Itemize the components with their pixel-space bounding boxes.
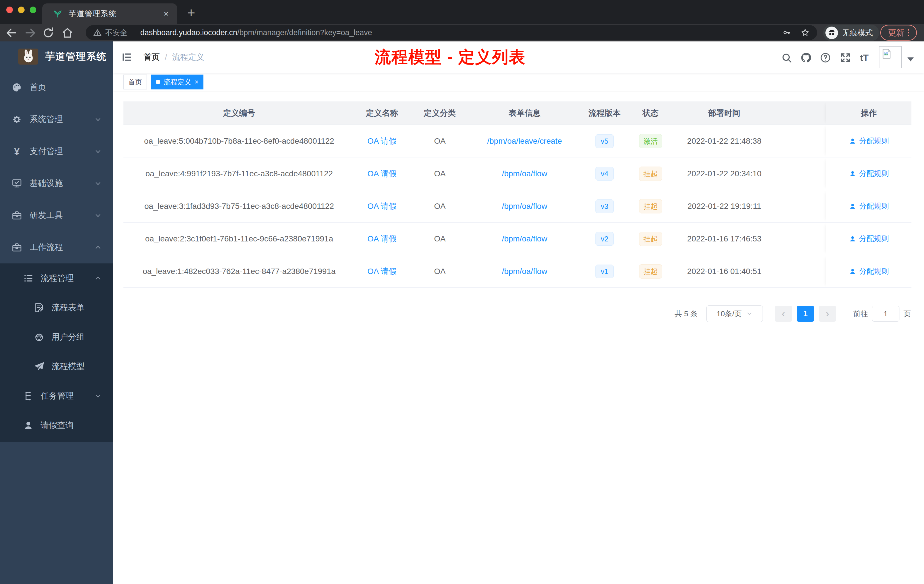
form-info-link[interactable]: /bpm/oa/flow	[502, 202, 548, 211]
form-info-link[interactable]: /bpm/oa/flow	[502, 267, 548, 276]
assign-rule-button[interactable]: 分配规则	[849, 234, 889, 244]
sidebar-item-支付管理[interactable]: ¥支付管理	[0, 135, 113, 167]
search-icon[interactable]	[781, 52, 792, 63]
app-header: 首页 / 流程定义 流程模型 - 定义列表 tT	[113, 41, 924, 73]
address-bar[interactable]: 不安全 dashboard.yudao.iocoder.cn /bpm/mana…	[86, 25, 817, 40]
dashboard-icon	[12, 82, 22, 93]
tab-title: 芋道管理系统	[69, 8, 117, 19]
assign-rule-label: 分配规则	[859, 201, 889, 211]
sidebar-item-工作流程[interactable]: 工作流程	[0, 231, 113, 264]
avatar-dropdown-caret-icon[interactable]	[908, 58, 914, 61]
list-tree-icon	[23, 273, 34, 284]
status-cell: 挂起	[630, 167, 671, 181]
tag-close-icon[interactable]: ×	[195, 79, 198, 86]
next-page-button[interactable]: ›	[819, 306, 836, 322]
definition-name-cell: OA 请假	[355, 136, 409, 147]
sidebar-item-基础设施[interactable]: 基础设施	[0, 167, 113, 200]
column-header-流程版本: 流程版本	[579, 108, 630, 119]
bookmark-star-icon[interactable]	[800, 28, 810, 37]
sidebar-item-系统管理[interactable]: 系统管理	[0, 104, 113, 135]
status-cell: 激活	[630, 134, 671, 148]
github-icon[interactable]	[800, 52, 812, 63]
window-close-button[interactable]	[6, 7, 13, 13]
operation-cell: 分配规则	[826, 223, 911, 255]
back-icon[interactable]	[5, 26, 18, 39]
security-label[interactable]: 不安全	[105, 28, 127, 38]
definition-name-link[interactable]: OA 请假	[368, 168, 397, 179]
definition-id-cell: oa_leave:5:004b710b-7b8a-11ec-8ef0-acde4…	[124, 137, 355, 146]
fullscreen-icon[interactable]	[840, 52, 851, 63]
window-minimize-button[interactable]	[18, 7, 25, 13]
url-host: dashboard.yudao.iocoder.cn	[140, 28, 237, 37]
browser-menu-icon[interactable]	[908, 29, 909, 36]
font-size-icon[interactable]: tT	[858, 52, 870, 63]
forward-icon[interactable]	[24, 26, 36, 39]
sidebar-item-label: 研发工具	[30, 210, 63, 221]
page-number-1[interactable]: 1	[797, 306, 814, 322]
app-title: 芋道管理系统	[45, 50, 107, 63]
form-info-cell: /bpm/oa/flow	[470, 169, 579, 178]
hamburger-icon[interactable]	[121, 51, 132, 63]
breadcrumb-separator: /	[165, 53, 167, 62]
incognito-badge: 无痕模式	[823, 25, 879, 41]
definition-name-link[interactable]: OA 请假	[368, 266, 397, 277]
deploy-time-cell: 2022-01-22 20:34:10	[671, 169, 778, 178]
assign-rule-button[interactable]: 分配规则	[849, 266, 889, 276]
prev-page-button[interactable]: ‹	[775, 306, 792, 322]
avatar[interactable]	[879, 46, 902, 68]
user-icon	[849, 268, 856, 275]
table-row: oa_leave:3:1fad3d93-7b75-11ec-a3c8-acde4…	[124, 190, 911, 223]
tag-流程定义[interactable]: 流程定义×	[151, 74, 203, 89]
sidebar-item-请假查询[interactable]: 请假查询	[0, 411, 113, 440]
paper-plane-icon	[34, 361, 45, 372]
sidebar-item-label: 流程表单	[51, 302, 84, 313]
security-warning-icon[interactable]	[93, 28, 102, 37]
sidebar-item-首页[interactable]: 首页	[0, 71, 113, 104]
annotation-overlay: 流程模型 - 定义列表	[375, 46, 526, 68]
browser-tabstrip: 芋道管理系统 × +	[0, 0, 924, 24]
deploy-time-cell: 2022-01-16 17:46:53	[671, 234, 778, 243]
sidebar-item-流程模型[interactable]: 流程模型	[0, 352, 113, 381]
breadcrumb: 首页 / 流程定义	[144, 41, 204, 73]
version-cell: v3	[579, 200, 630, 213]
form-info-link[interactable]: /bpm/oa/leave/create	[487, 137, 562, 146]
deploy-time: 2022-01-22 20:34:10	[687, 169, 761, 178]
sidebar-item-用户分组[interactable]: 用户分组	[0, 322, 113, 352]
help-icon[interactable]	[820, 52, 831, 63]
password-key-icon[interactable]	[782, 28, 792, 37]
assign-rule-button[interactable]: 分配规则	[849, 136, 889, 146]
definition-name-link[interactable]: OA 请假	[368, 233, 397, 244]
sidebar-item-流程表单[interactable]: 流程表单	[0, 293, 113, 322]
assign-rule-label: 分配规则	[859, 168, 889, 178]
definition-category-cell: OA	[409, 234, 470, 243]
browser-tab[interactable]: 芋道管理系统 ×	[42, 3, 177, 24]
form-info-link[interactable]: /bpm/oa/flow	[502, 234, 548, 243]
tab-close-icon[interactable]: ×	[163, 9, 168, 18]
reload-icon[interactable]	[42, 26, 54, 39]
definition-name-cell: OA 请假	[355, 201, 409, 212]
sidebar-item-研发工具[interactable]: 研发工具	[0, 200, 113, 231]
sidebar-item-流程管理[interactable]: 流程管理	[0, 264, 113, 293]
definition-name-link[interactable]: OA 请假	[368, 201, 397, 212]
form-info-cell: /bpm/oa/flow	[470, 267, 579, 276]
assign-rule-button[interactable]: 分配规则	[849, 201, 889, 211]
browser-update-button[interactable]: 更新	[880, 25, 917, 41]
assign-rule-label: 分配规则	[859, 266, 889, 276]
goto-page-input[interactable]	[872, 306, 899, 322]
definition-name-link[interactable]: OA 请假	[368, 136, 397, 147]
form-info-link[interactable]: /bpm/oa/flow	[502, 169, 548, 178]
definition-id-cell: oa_leave:4:991f2193-7b7f-11ec-a3c8-acde4…	[124, 169, 355, 178]
active-tag-dot	[156, 80, 160, 84]
pagination: 共 5 条 10条/页 ‹ 1 › 前往 页	[675, 305, 911, 322]
tag-首页[interactable]: 首页	[124, 74, 147, 89]
breadcrumb-current: 流程定义	[172, 52, 204, 63]
breadcrumb-home[interactable]: 首页	[144, 52, 160, 63]
home-icon[interactable]	[61, 26, 74, 39]
page-size-select[interactable]: 10条/页	[706, 305, 763, 322]
definition-id: oa_leave:1:482ec033-762a-11ec-8477-a2380…	[143, 267, 335, 276]
window-maximize-button[interactable]	[30, 7, 36, 13]
assign-rule-button[interactable]: 分配规则	[849, 168, 889, 178]
sidebar-item-任务管理[interactable]: 任务管理	[0, 381, 113, 411]
new-tab-button[interactable]: +	[182, 4, 201, 21]
version-cell: v2	[579, 232, 630, 246]
